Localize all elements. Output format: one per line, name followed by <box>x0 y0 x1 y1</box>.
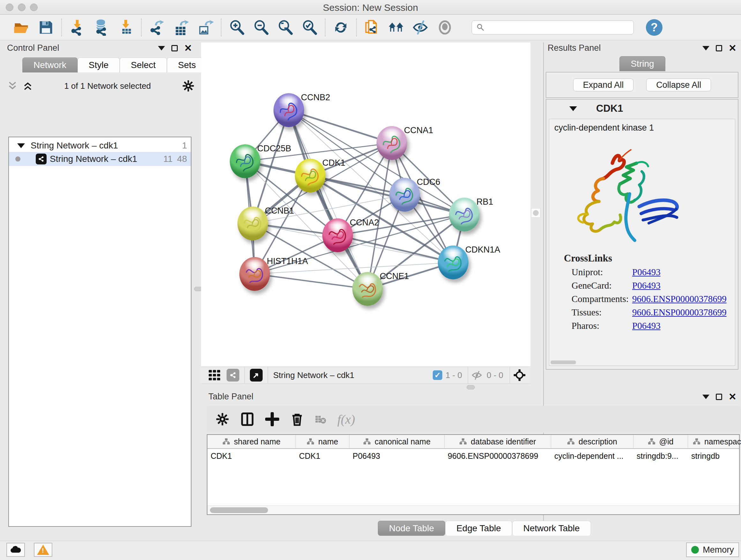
table-cell[interactable]: 9606.ENSP00000378699 <box>445 449 551 463</box>
zoom-fit-button[interactable] <box>275 17 295 37</box>
refresh-button[interactable] <box>331 17 351 37</box>
import-table-button[interactable] <box>116 17 136 37</box>
results-panel-float-icon[interactable] <box>716 45 722 51</box>
import-network-from-database-button[interactable] <box>91 17 111 37</box>
delete-column-icon[interactable] <box>290 412 304 426</box>
create-column-icon[interactable] <box>265 412 279 426</box>
column-header-database-identifier[interactable]: database identifier <box>445 435 551 448</box>
cloud-status-button[interactable] <box>6 543 25 557</box>
open-session-button[interactable] <box>12 17 31 37</box>
network-collection-row[interactable]: String Network – cdk1 1 <box>9 139 191 152</box>
export-image-button[interactable] <box>196 17 215 37</box>
control-panel-float-icon[interactable] <box>172 45 178 51</box>
duplicate-network-button[interactable] <box>362 17 382 37</box>
table-cell[interactable]: stringdb:9... <box>633 449 688 463</box>
expand-all-networks-icon[interactable] <box>22 80 33 91</box>
column-header-name[interactable]: name <box>296 435 349 448</box>
export-table-button[interactable] <box>172 17 191 37</box>
crosslink-link[interactable]: P06493 <box>632 267 735 277</box>
node-CCNE1[interactable] <box>352 272 383 306</box>
birds-eye-button[interactable] <box>435 17 455 37</box>
tab-network-table[interactable]: Network Table <box>512 521 591 536</box>
node-CCNB2[interactable] <box>273 93 304 127</box>
memory-button[interactable]: Memory <box>686 543 739 557</box>
tab-style[interactable]: Style <box>77 57 120 72</box>
table-options-gear-icon[interactable] <box>215 412 229 426</box>
edge-CCNA2-CDKN1A[interactable] <box>338 235 453 262</box>
import-network-button[interactable] <box>67 17 87 37</box>
results-panel-collapse-icon[interactable] <box>702 46 710 51</box>
gene-expand-icon[interactable] <box>569 106 577 111</box>
right-splitter-handle[interactable] <box>531 208 541 218</box>
column-header-id[interactable]: @id <box>633 435 688 448</box>
column-header-shared-name[interactable]: shared name <box>207 435 296 448</box>
results-scroll-thumb[interactable] <box>550 361 576 364</box>
function-builder-icon: f(x) <box>337 412 355 427</box>
hide-details-icon <box>412 19 429 36</box>
node-CDC25B[interactable] <box>230 144 260 178</box>
tab-edge-table[interactable]: Edge Table <box>445 521 512 536</box>
crosslink-link[interactable]: 9606.ENSP00000378699 <box>632 307 735 318</box>
horizontal-splitter-handle[interactable] <box>467 385 475 389</box>
first-neighbors-button[interactable] <box>387 17 406 37</box>
table-row[interactable]: CDK1CDK1P064939606.ENSP00000378699cyclin… <box>207 449 739 463</box>
zoom-selected-button[interactable] <box>300 17 320 37</box>
table-cell[interactable]: cyclin-dependent ... <box>551 449 633 463</box>
birds-eye-toggle-icon[interactable] <box>513 369 526 381</box>
node-HIST1H1A[interactable] <box>239 257 270 291</box>
node-CCNB1[interactable] <box>238 206 268 240</box>
zoom-in-button[interactable] <box>227 17 247 37</box>
column-header-canonical-name[interactable]: canonical name <box>349 435 445 448</box>
node-CDC6[interactable] <box>389 178 420 212</box>
table-panel-collapse-icon[interactable] <box>702 395 710 399</box>
zoom-out-button[interactable] <box>251 17 271 37</box>
node-CCNA2[interactable] <box>322 219 353 252</box>
save-session-button[interactable] <box>36 17 56 37</box>
crosslink-link[interactable]: 9606.ENSP00000378699 <box>632 294 735 304</box>
expand-all-button[interactable]: Expand All <box>573 78 634 91</box>
network-row-selected[interactable]: String Network – cdk1 11 48 <box>9 152 191 166</box>
search-input[interactable] <box>472 20 634 35</box>
node-CCNA1[interactable] <box>377 126 407 160</box>
hide-details-button[interactable] <box>411 17 430 37</box>
node-RB1[interactable] <box>449 198 480 232</box>
table-hscrollbar[interactable] <box>207 505 739 514</box>
string-view-icon[interactable] <box>226 369 239 381</box>
tab-select[interactable]: Select <box>120 57 167 72</box>
column-header-description[interactable]: description <box>551 435 633 448</box>
table-cell[interactable]: CDK1 <box>207 449 296 463</box>
warnings-button[interactable] <box>34 543 52 557</box>
selected-checkbox-icon[interactable]: ✓ <box>433 370 442 380</box>
edge-HIST1H1A-CCNE1[interactable] <box>255 274 367 289</box>
table-panel-close-icon[interactable]: ✕ <box>729 394 737 400</box>
show-columns-icon[interactable] <box>240 412 254 426</box>
results-panel-close-icon[interactable]: ✕ <box>729 45 737 51</box>
grid-view-icon[interactable] <box>208 369 221 381</box>
collapse-all-button[interactable]: Collapse All <box>646 78 711 91</box>
node-CDKN1A[interactable] <box>438 246 468 279</box>
column-header-namespace[interactable]: namespace <box>688 435 741 448</box>
table-cell[interactable]: CDK1 <box>296 449 349 463</box>
collection-expand-icon[interactable] <box>17 143 25 148</box>
control-panel-collapse-icon[interactable] <box>158 46 165 51</box>
main-toolbar: ? <box>0 15 741 40</box>
open-view-icon[interactable] <box>250 369 263 381</box>
table-cell[interactable]: P06493 <box>349 449 445 463</box>
export-network-button[interactable] <box>147 17 167 37</box>
crosslink-link[interactable]: P06493 <box>632 320 735 331</box>
tab-node-table[interactable]: Node Table <box>378 521 445 536</box>
network-canvas[interactable]: CCNB2 CCNA1 CDC25B CDK1 CDC6 RB1 CCNB1 <box>201 43 530 367</box>
help-button[interactable]: ? <box>646 19 663 36</box>
table-panel-float-icon[interactable] <box>716 394 722 400</box>
tab-network[interactable]: Network <box>22 57 77 72</box>
crosslink-link[interactable]: P06493 <box>632 280 735 291</box>
table-cell[interactable]: stringdb <box>688 449 741 463</box>
gene-name: CDK1 <box>596 103 623 114</box>
edge-CDK1-RB1[interactable] <box>310 176 464 214</box>
network-options-gear-icon[interactable] <box>182 79 195 92</box>
control-panel-close-icon[interactable]: ✕ <box>184 45 192 51</box>
node-CDK1[interactable] <box>295 159 326 192</box>
collapse-all-networks-icon[interactable] <box>7 80 18 91</box>
tab-string[interactable]: String <box>619 56 665 71</box>
table-hscroll-thumb[interactable] <box>210 507 268 513</box>
